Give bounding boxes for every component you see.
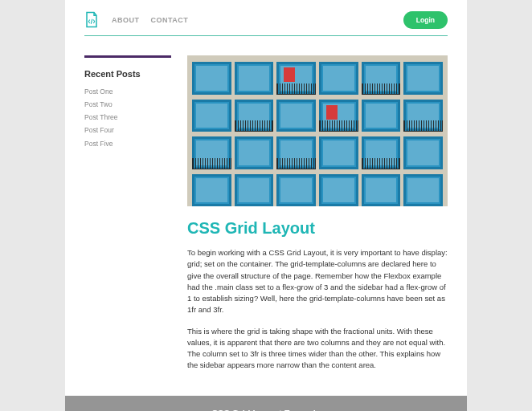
recent-posts-list: Post One Post Two Post Three Post Four P… <box>84 85 171 150</box>
nav-contact[interactable]: CONTACT <box>151 16 189 24</box>
footer: CSS Grid Layout Example Hope you enjoyed… <box>65 396 467 412</box>
sidebar-title: Recent Posts <box>84 69 171 79</box>
login-button[interactable]: Login <box>403 11 448 29</box>
logo-icon <box>84 11 99 29</box>
page: ABOUT CONTACT Login Recent Posts Post On… <box>65 0 467 411</box>
article-paragraph: This is where the grid is taking shape w… <box>187 326 448 372</box>
list-item[interactable]: Post One <box>84 85 171 98</box>
article-title: CSS Grid Layout <box>187 219 448 238</box>
sidebar: Recent Posts Post One Post Two Post Thre… <box>84 55 171 381</box>
hero-image <box>187 55 448 206</box>
article-paragraph: To begin working with a CSS Grid Layout,… <box>187 247 448 316</box>
list-item[interactable]: Post Four <box>84 124 171 136</box>
list-item[interactable]: Post Three <box>84 111 171 124</box>
header: ABOUT CONTACT Login <box>84 11 448 36</box>
list-item[interactable]: Post Two <box>84 98 171 111</box>
nav-about[interactable]: ABOUT <box>112 16 140 24</box>
main-grid: Recent Posts Post One Post Two Post Thre… <box>84 55 448 381</box>
content-area: CSS Grid Layout To begin working with a … <box>187 55 448 381</box>
list-item[interactable]: Post Five <box>84 137 171 150</box>
main-nav: ABOUT CONTACT <box>112 16 391 24</box>
article: CSS Grid Layout To begin working with a … <box>187 219 448 372</box>
footer-title: CSS Grid Layout Example <box>84 409 448 412</box>
